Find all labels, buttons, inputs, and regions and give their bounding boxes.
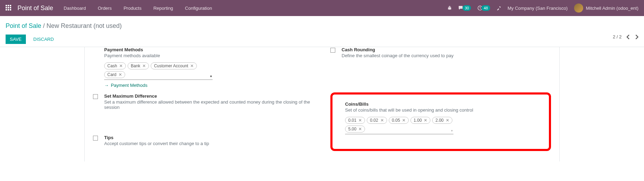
tag-cash: Cash✕ bbox=[104, 62, 126, 69]
max-difference-checkbox[interactable] bbox=[93, 94, 98, 99]
coins-bills-tags[interactable]: 0.01✕ 0.02✕ 0.05✕ 1.00✕ 2.00✕ 5.00✕ ▾ bbox=[345, 116, 453, 134]
control-bar: Point of Sale / New Restaurant (not used… bbox=[0, 16, 644, 47]
tag-2-00: 2.00✕ bbox=[432, 117, 452, 124]
right-column: Cash Rounding Define the smallest coinag… bbox=[330, 47, 551, 151]
dropdown-caret-icon[interactable]: ▾ bbox=[210, 74, 212, 78]
arrow-right-icon: → bbox=[104, 83, 109, 88]
tag-card: Card✕ bbox=[104, 71, 125, 78]
payment-methods-desc: Payment methods available bbox=[104, 53, 314, 58]
remove-tag-icon[interactable]: ✕ bbox=[380, 118, 384, 122]
payment-methods-title: Payment Methods bbox=[104, 47, 314, 52]
highlight-coins-bills: Coins/Bills Set of coins/bills that will… bbox=[330, 92, 551, 151]
coins-bills-desc: Set of coins/bills that will be used in … bbox=[345, 107, 538, 113]
remove-tag-icon[interactable]: ✕ bbox=[142, 64, 146, 68]
tips-desc: Accept customer tips or convert their ch… bbox=[104, 141, 314, 146]
max-difference-title: Set Maximum Difference bbox=[104, 93, 314, 99]
tips-title: Tips bbox=[104, 135, 314, 140]
app-brand[interactable]: Point of Sale bbox=[17, 5, 53, 12]
tag-1-00: 1.00✕ bbox=[410, 117, 430, 124]
form-sheet: Payment Methods Payment methods availabl… bbox=[84, 47, 560, 161]
remove-tag-icon[interactable]: ✕ bbox=[119, 64, 123, 68]
nav-orders[interactable]: Orders bbox=[98, 6, 112, 11]
discard-button[interactable]: DISCARD bbox=[29, 35, 58, 44]
tag-5-00: 5.00✕ bbox=[345, 126, 365, 133]
setting-tips: Tips Accept customer tips or convert the… bbox=[93, 114, 314, 150]
coins-bills-title: Coins/Bills bbox=[345, 101, 538, 107]
tools-icon[interactable] bbox=[496, 6, 501, 10]
remove-tag-icon[interactable]: ✕ bbox=[119, 73, 122, 77]
pager: 2 / 2 bbox=[613, 34, 638, 39]
payment-methods-tags[interactable]: Cash✕ Bank✕ Customer Account✕ Card✕ ▾ bbox=[104, 62, 213, 80]
remove-tag-icon[interactable]: ✕ bbox=[358, 118, 362, 122]
save-button[interactable]: SAVE bbox=[6, 35, 26, 44]
pager-prev[interactable] bbox=[627, 35, 630, 39]
messages-icon[interactable]: 30 bbox=[458, 5, 471, 11]
breadcrumb: Point of Sale / New Restaurant (not used… bbox=[6, 22, 122, 30]
tag-0-05: 0.05✕ bbox=[389, 117, 409, 124]
bug-icon[interactable] bbox=[447, 6, 452, 10]
breadcrumb-sep: / bbox=[43, 22, 46, 29]
remove-tag-icon[interactable]: ✕ bbox=[446, 118, 449, 122]
breadcrumb-current: New Restaurant (not used) bbox=[46, 22, 122, 29]
tag-0-02: 0.02✕ bbox=[367, 117, 387, 124]
payment-methods-link[interactable]: → Payment Methods bbox=[104, 83, 314, 88]
pager-next[interactable] bbox=[635, 35, 638, 39]
setting-payment-methods: Payment Methods Payment methods availabl… bbox=[93, 47, 314, 89]
activities-badge: 48 bbox=[481, 5, 490, 11]
pager-label: 2 / 2 bbox=[613, 34, 622, 39]
tips-checkbox[interactable] bbox=[93, 136, 98, 141]
user-menu[interactable]: Mitchell Admin (odoo_ent) bbox=[574, 3, 638, 13]
messages-badge: 30 bbox=[463, 5, 471, 11]
cash-rounding-checkbox[interactable] bbox=[330, 48, 335, 53]
tag-0-01: 0.01✕ bbox=[345, 117, 365, 124]
remove-tag-icon[interactable]: ✕ bbox=[190, 64, 194, 68]
svg-rect-0 bbox=[449, 7, 451, 9]
remove-tag-icon[interactable]: ✕ bbox=[424, 118, 427, 122]
left-column: Payment Methods Payment methods availabl… bbox=[93, 47, 314, 151]
avatar bbox=[574, 3, 583, 13]
cash-rounding-title: Cash Rounding bbox=[342, 47, 551, 52]
nav-configuration[interactable]: Configuration bbox=[185, 6, 212, 11]
navbar: Point of Sale Dashboard Orders Products … bbox=[0, 0, 644, 16]
user-name: Mitchell Admin (odoo_ent) bbox=[586, 6, 638, 11]
remove-tag-icon[interactable]: ✕ bbox=[402, 118, 406, 122]
nav-right: 30 48 My Company (San Francisco) Mitchel… bbox=[447, 3, 638, 13]
cash-rounding-desc: Define the smallest coinage of the curre… bbox=[342, 53, 551, 58]
setting-max-difference: Set Maximum Difference Set a maximum dif… bbox=[93, 89, 314, 114]
tag-customer-account: Customer Account✕ bbox=[151, 62, 197, 69]
nav-menu: Dashboard Orders Products Reporting Conf… bbox=[64, 6, 447, 11]
nav-reporting[interactable]: Reporting bbox=[153, 6, 173, 11]
nav-dashboard[interactable]: Dashboard bbox=[64, 6, 86, 11]
setting-cash-rounding: Cash Rounding Define the smallest coinag… bbox=[330, 47, 551, 62]
nav-products[interactable]: Products bbox=[123, 6, 141, 11]
activities-icon[interactable]: 48 bbox=[477, 5, 490, 11]
apps-menu-icon[interactable] bbox=[6, 5, 12, 11]
max-difference-desc: Set a maximum difference allowed between… bbox=[104, 99, 314, 110]
dropdown-caret-icon[interactable]: ▾ bbox=[451, 129, 453, 133]
tag-bank: Bank✕ bbox=[128, 62, 149, 69]
remove-tag-icon[interactable]: ✕ bbox=[358, 127, 362, 131]
setting-coins-bills: Coins/Bills Set of coins/bills that will… bbox=[334, 101, 538, 135]
company-switcher[interactable]: My Company (San Francisco) bbox=[508, 6, 568, 11]
breadcrumb-root[interactable]: Point of Sale bbox=[6, 22, 41, 29]
